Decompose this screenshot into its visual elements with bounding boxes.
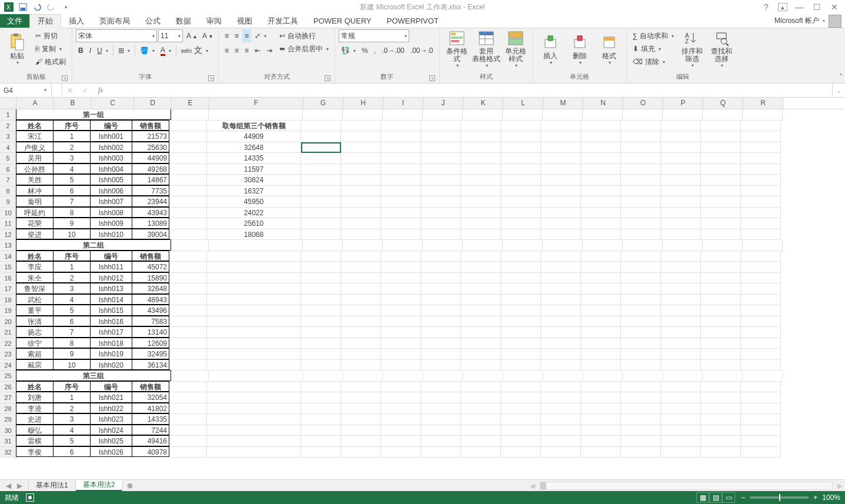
clipboard-launcher-icon[interactable]: ↘	[62, 75, 68, 81]
svg-line-27	[726, 44, 729, 46]
increase-decimal-button[interactable]: .0→.00	[379, 44, 407, 57]
increase-font-button[interactable]: A▴	[184, 29, 199, 42]
collapse-ribbon-icon[interactable]: ˄	[839, 73, 843, 81]
delete-cells-icon	[570, 33, 589, 52]
sort-filter-button[interactable]: AZ排序和筛选▾	[679, 29, 706, 68]
tab-review[interactable]: 审阅	[199, 14, 229, 28]
fill-down-icon: ⬇	[633, 45, 639, 53]
formula-bar: G4▼ ✕ ✓ fx ⌄	[0, 84, 845, 98]
number-format-combo[interactable]: 常规▾	[339, 29, 409, 42]
fill-button[interactable]: ⬇填充▾	[630, 42, 677, 55]
font-name-combo[interactable]: 宋体▾	[76, 29, 157, 42]
ribbon-tabs: 文件 开始 插入 页面布局 公式 数据 审阅 视图 开发工具 POWER QUE…	[0, 14, 845, 28]
font-size-combo[interactable]: 11▾	[158, 29, 183, 42]
align-bottom-button[interactable]: ≡	[242, 29, 251, 42]
clear-button[interactable]: ⌫清除▾	[630, 55, 677, 68]
format-cells-icon	[600, 33, 619, 52]
decrease-decimal-button[interactable]: .00→.0	[408, 44, 436, 57]
tab-powerpivot[interactable]: POWERPIVOT	[379, 14, 446, 28]
accounting-button[interactable]: 💱▾	[339, 44, 358, 57]
ribbon-display-icon[interactable]: ▴	[778, 3, 787, 11]
close-icon[interactable]: ✕	[829, 2, 840, 12]
tab-formulas[interactable]: 公式	[138, 14, 168, 28]
align-right-button[interactable]: ≡	[242, 44, 251, 57]
title-bar: X ▾ 新建 Microsoft Excel 工作表.xlsx - Excel …	[0, 0, 845, 14]
group-styles: 条件格式▾ 套用 表格格式▾ 单元格样式▾ 样式	[440, 28, 533, 83]
namebox-resize[interactable]	[52, 84, 62, 97]
indent-increase-button[interactable]: ⇥	[264, 44, 275, 57]
orientation-button[interactable]: ⤢▾	[252, 29, 269, 42]
wrap-text-button[interactable]: ↩自动换行	[277, 29, 331, 42]
format-painter-button[interactable]: 🖌格式刷	[33, 55, 68, 68]
svg-text:X: X	[6, 4, 11, 11]
svg-rect-9	[451, 36, 463, 39]
sort-filter-icon: AZ	[683, 29, 702, 47]
find-select-button[interactable]: 查找和选择▾	[708, 29, 735, 68]
svg-rect-12	[479, 32, 493, 35]
svg-rect-25	[717, 33, 726, 39]
font-launcher-icon[interactable]: ↘	[208, 75, 214, 81]
borders-button[interactable]: ⊞▾	[116, 44, 132, 57]
paste-button[interactable]: 粘贴 ▾	[4, 29, 31, 68]
number-launcher-icon[interactable]: ↘	[429, 75, 435, 81]
phonetic-button[interactable]: wén文▾	[179, 44, 211, 57]
bucket-icon: 🪣	[140, 46, 149, 55]
underline-button[interactable]: U▾	[95, 44, 111, 57]
percent-button[interactable]: %	[359, 44, 370, 57]
autosum-button[interactable]: ∑自动求和▾	[630, 29, 677, 42]
tab-view[interactable]: 视图	[229, 14, 260, 28]
tab-data[interactable]: 数据	[168, 14, 199, 28]
help-icon[interactable]: ?	[760, 2, 772, 12]
tab-home[interactable]: 开始	[29, 14, 61, 28]
font-color-button[interactable]: A▾	[158, 44, 173, 57]
align-top-button[interactable]: ≡	[222, 29, 231, 42]
insert-cells-button[interactable]: 插入▾	[537, 29, 564, 68]
account-area[interactable]: Microsoft 帐户 ▾	[774, 14, 845, 28]
delete-cells-button[interactable]: 删除▾	[566, 29, 593, 68]
tab-insert[interactable]: 插入	[61, 14, 92, 28]
expand-formula-bar-icon[interactable]: ⌄	[832, 84, 845, 97]
cell-styles-button[interactable]: 单元格样式▾	[502, 29, 529, 68]
minimize-icon[interactable]: —	[793, 2, 805, 12]
bold-button[interactable]: B	[76, 44, 86, 57]
tab-dev[interactable]: 开发工具	[260, 14, 306, 28]
tab-file[interactable]: 文件	[0, 14, 29, 28]
fill-color-button[interactable]: 🪣▾	[138, 44, 157, 57]
fx-icon[interactable]: fx	[93, 84, 108, 97]
tab-layout[interactable]: 页面布局	[92, 14, 138, 28]
decrease-font-button[interactable]: A▾	[200, 29, 215, 42]
indent-decrease-button[interactable]: ⇤	[252, 44, 263, 57]
svg-rect-22	[604, 37, 614, 41]
account-label: Microsoft 帐户	[774, 16, 819, 26]
format-as-table-button[interactable]: 套用 表格格式▾	[473, 29, 500, 68]
maximize-icon[interactable]: ☐	[811, 2, 823, 12]
cut-button[interactable]: ✂剪切	[33, 29, 68, 42]
svg-text:Z: Z	[685, 38, 689, 45]
merge-center-button[interactable]: ⬌合并后居中▾	[277, 42, 331, 55]
conditional-format-button[interactable]: 条件格式▾	[443, 29, 470, 68]
save-icon[interactable]	[16, 1, 29, 14]
insert-cells-icon	[541, 33, 560, 52]
group-align: ≡ ≡ ≡ ⤢▾ ≡ ≡ ≡ ⇤ ⇥ ↩自动换行 ⬌合并后居中▾ 对齐方式↘	[219, 28, 335, 83]
chevron-down-icon: ▼	[43, 88, 48, 93]
align-launcher-icon[interactable]: ↘	[325, 75, 330, 81]
group-number: 常规▾ 💱▾ % , .0→.00 .00→.0 数字↘	[335, 28, 439, 83]
copy-icon: ⎘	[35, 45, 39, 53]
excel-icon[interactable]: X	[2, 1, 15, 14]
align-middle-button[interactable]: ≡	[232, 29, 241, 42]
svg-rect-5	[14, 34, 18, 36]
borders-icon: ⊞	[118, 46, 124, 55]
tab-powerquery[interactable]: POWER QUERY	[306, 14, 379, 28]
eraser-icon: ⌫	[633, 58, 643, 66]
formula-input[interactable]	[108, 84, 832, 97]
format-cells-button[interactable]: 格式▾	[596, 29, 623, 68]
comma-button[interactable]: ,	[372, 44, 378, 57]
copy-button[interactable]: ⎘复制▾	[33, 42, 68, 55]
name-box[interactable]: G4▼	[0, 84, 52, 97]
italic-button[interactable]: I	[87, 44, 93, 57]
qat-dropdown-icon[interactable]: ▾	[59, 1, 72, 14]
undo-icon[interactable]	[31, 1, 44, 14]
align-center-button[interactable]: ≡	[232, 44, 241, 57]
redo-icon[interactable]	[45, 1, 58, 14]
align-left-button[interactable]: ≡	[222, 44, 231, 57]
